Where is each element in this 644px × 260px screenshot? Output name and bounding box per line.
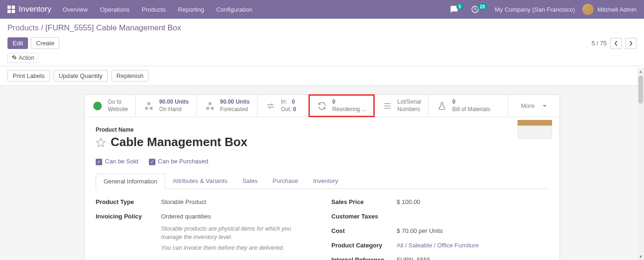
svg-point-1 (93, 101, 102, 110)
stat-in-out[interactable]: In: 0 Out: 0 (258, 95, 309, 117)
stat-forecasted[interactable]: 90.00 UnitsForecasted (197, 95, 258, 117)
chat-badge: 5 (456, 4, 464, 10)
chevron-right-icon (629, 41, 633, 46)
action-dropdown[interactable]: Action (7, 53, 38, 63)
flask-icon (437, 101, 447, 111)
sales-price-value: $ 100.00 (397, 198, 548, 205)
can-be-purchased: ✓Can be Purchased (149, 158, 209, 165)
breadcrumb-current: [FURN_5555] Cable Management Box (45, 23, 181, 32)
update-quantity-button[interactable]: Update Quantity (54, 70, 108, 82)
tab-general-information[interactable]: General Information (96, 174, 165, 189)
company-name[interactable]: My Company (San Francisco) (495, 6, 575, 13)
nav-configuration[interactable]: Configuration (216, 6, 252, 13)
globe-icon (92, 101, 103, 111)
product-category-value[interactable]: All / Saleable / Office Furniture (397, 242, 479, 249)
tab-sales[interactable]: Sales (235, 174, 265, 189)
check-icon: ✓ (96, 159, 102, 165)
bars-icon (383, 101, 392, 111)
sales-price-label: Sales Price (331, 198, 397, 205)
scrollbar-thumb[interactable] (638, 76, 643, 104)
exchange-icon (266, 101, 275, 111)
product-image (518, 120, 555, 142)
pager-text: 5 / 75 (591, 40, 607, 47)
can-be-sold: ✓Can be Sold (96, 158, 139, 165)
scroll-down-icon[interactable]: ▼ (637, 253, 644, 260)
product-type-label: Product Type (96, 198, 161, 205)
cubes-icon (143, 100, 154, 112)
pager-next[interactable] (625, 38, 637, 49)
stat-lot-serial[interactable]: Lot/SerialNumbers (374, 95, 429, 117)
nav-operations[interactable]: Operations (100, 6, 130, 13)
scrollbar[interactable]: ▲ ▼ (637, 68, 644, 260)
stat-bom[interactable]: 0Bill of Materials (429, 95, 508, 117)
gear-icon (12, 55, 17, 60)
edit-button[interactable]: Edit (7, 37, 28, 49)
tab-inventory[interactable]: Inventory (306, 174, 345, 189)
activity-button[interactable]: 20 (471, 5, 487, 14)
nav-reporting[interactable]: Reporting (178, 6, 204, 13)
customer-taxes-value (397, 213, 548, 220)
stat-more[interactable]: More (508, 95, 560, 117)
create-button[interactable]: Create (31, 37, 59, 49)
breadcrumb-sep: / (41, 23, 45, 32)
user-menu[interactable]: Mitchell Admin (582, 4, 637, 15)
chat-button[interactable]: 5 (450, 5, 464, 14)
nav-overview[interactable]: Overview (63, 6, 88, 13)
apps-icon[interactable] (7, 6, 15, 13)
chevron-left-icon (614, 41, 618, 46)
star-icon[interactable] (96, 137, 106, 148)
cubes-icon (204, 100, 216, 112)
internal-reference-value: FURN_5555 (397, 256, 548, 260)
action-label: Action (19, 55, 34, 61)
brand-label: Inventory (19, 5, 51, 14)
avatar (582, 4, 594, 15)
invoicing-policy-value: Ordered quantities (161, 213, 211, 220)
pager-prev[interactable] (610, 38, 622, 49)
stat-goto-website[interactable]: Go toWebsite (84, 95, 136, 117)
user-name: Mitchell Admin (597, 6, 637, 13)
brand[interactable]: Inventory (7, 5, 51, 14)
breadcrumb-parent[interactable]: Products (7, 23, 39, 32)
product-name-label: Product Name (96, 126, 548, 133)
help-text-2: You can invoice them before they are del… (161, 244, 313, 253)
product-title: Cable Management Box (111, 135, 247, 149)
help-text-1: Storable products are physical items for… (161, 225, 313, 242)
tab-attributes-variants[interactable]: Attributes & Variants (165, 174, 235, 189)
invoicing-policy-label: Invoicing Policy (96, 213, 161, 253)
print-labels-button[interactable]: Print Labels (7, 70, 50, 82)
stat-on-hand[interactable]: 90.00 UnitsOn Hand (136, 95, 196, 117)
replenish-button[interactable]: Replenish (112, 70, 149, 82)
stat-reordering[interactable]: 0Reordering ... (309, 95, 374, 117)
internal-reference-label: Internal Reference (331, 256, 397, 260)
product-category-label: Product Category (331, 242, 397, 249)
tab-purchase[interactable]: Purchase (265, 174, 306, 189)
cost-label: Cost (331, 227, 397, 234)
caret-down-icon (542, 104, 547, 108)
refresh-icon (317, 101, 327, 111)
check-icon: ✓ (149, 159, 155, 165)
nav-products[interactable]: Products (142, 6, 166, 13)
scroll-up-icon[interactable]: ▲ (637, 68, 644, 75)
customer-taxes-label: Customer Taxes (331, 213, 397, 220)
activity-badge: 20 (477, 4, 487, 10)
cost-value: $ 70.00 per Units (397, 227, 548, 234)
product-type-value: Storable Product (161, 198, 313, 205)
